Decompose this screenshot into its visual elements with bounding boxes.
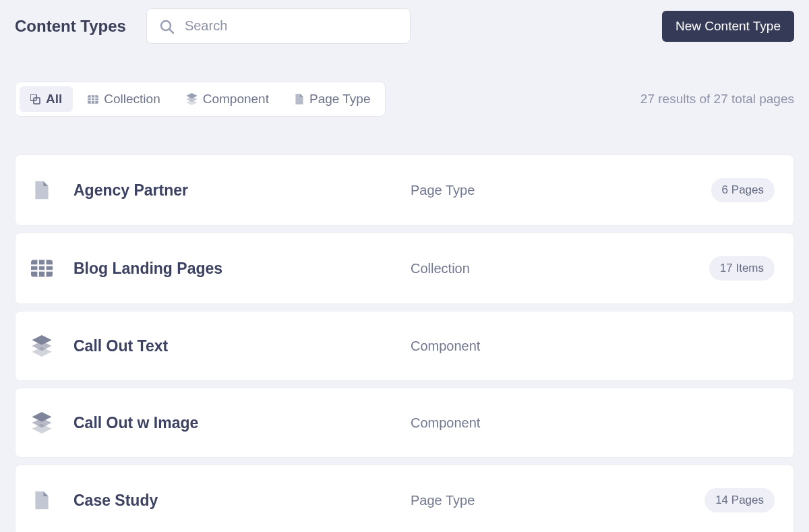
- filter-tab-collection[interactable]: Collection: [77, 86, 171, 112]
- search-box[interactable]: [146, 8, 411, 44]
- page-icon: [30, 179, 53, 202]
- row-kind: Collection: [411, 261, 709, 276]
- list-item[interactable]: Call Out TextComponent: [15, 311, 794, 381]
- collection-icon: [88, 95, 98, 104]
- list-item[interactable]: Case StudyPage Type14 Pages: [15, 465, 794, 532]
- content-type-list: Agency PartnerPage Type6 PagesBlog Landi…: [0, 117, 809, 532]
- list-item[interactable]: Blog Landing PagesCollection17 Items: [15, 233, 794, 304]
- row-kind: Page Type: [411, 183, 711, 198]
- all-icon: [30, 94, 40, 105]
- list-item[interactable]: Agency PartnerPage Type6 Pages: [15, 154, 794, 226]
- results-count: 27 results of 27 total pages: [640, 92, 794, 107]
- search-input[interactable]: [185, 18, 398, 34]
- row-kind: Page Type: [411, 493, 705, 508]
- collection-icon: [30, 257, 53, 280]
- row-title: Case Study: [73, 492, 411, 510]
- component-icon: [30, 334, 53, 357]
- count-badge: 17 Items: [709, 256, 775, 280]
- row-title: Call Out w Image: [73, 414, 411, 432]
- component-icon: [30, 411, 53, 434]
- row-title: Blog Landing Pages: [73, 260, 411, 278]
- filter-tabs: All Collection Component Page Type: [15, 82, 386, 117]
- filter-tab-label: Page Type: [309, 92, 371, 107]
- filter-tab-page-type[interactable]: Page Type: [284, 86, 382, 112]
- row-kind: Component: [411, 415, 775, 431]
- list-item[interactable]: Call Out w ImageComponent: [15, 388, 794, 458]
- row-title: Agency Partner: [73, 181, 411, 200]
- row-title: Call Out Text: [73, 337, 411, 355]
- page-icon: [30, 489, 53, 512]
- filter-tab-all[interactable]: All: [20, 86, 73, 112]
- row-kind: Component: [411, 338, 775, 354]
- filter-tab-label: Component: [203, 92, 269, 107]
- filter-tab-label: Collection: [104, 92, 160, 107]
- filter-tab-label: All: [46, 92, 62, 107]
- filter-tab-component[interactable]: Component: [175, 86, 280, 112]
- component-icon: [186, 93, 198, 105]
- search-icon: [159, 19, 174, 34]
- new-content-type-button[interactable]: New Content Type: [662, 11, 794, 42]
- count-badge: 14 Pages: [705, 488, 775, 512]
- page-title: Content Types: [15, 17, 126, 36]
- page-icon: [295, 93, 304, 105]
- count-badge: 6 Pages: [711, 178, 775, 202]
